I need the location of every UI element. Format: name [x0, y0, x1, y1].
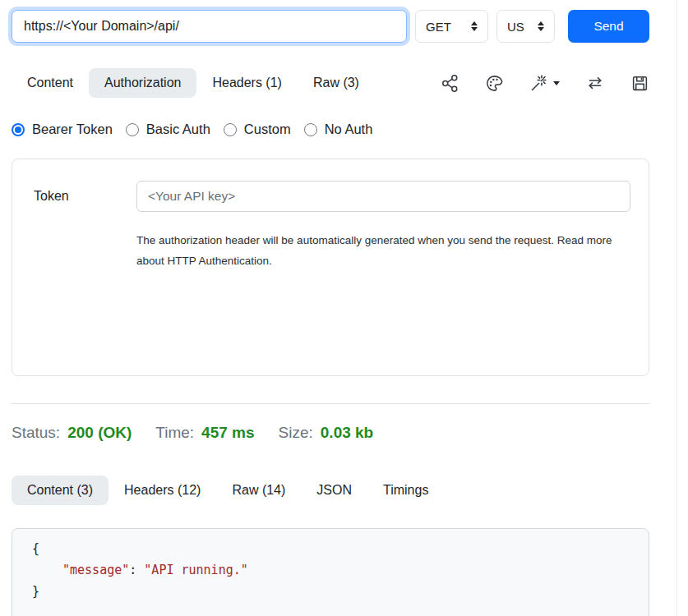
swap-requests-button[interactable] — [585, 73, 605, 93]
section-divider — [12, 403, 649, 404]
theme-palette-icon — [485, 74, 504, 93]
save-button[interactable] — [630, 74, 649, 93]
tab-content[interactable]: Content — [12, 68, 89, 98]
response-tab-raw[interactable]: Raw (14) — [216, 476, 301, 505]
status-value: 200 (OK) — [67, 424, 132, 442]
scrollbar-track-edge — [676, 0, 677, 616]
time-value: 457 ms — [201, 424, 254, 442]
response-tabs: Content (3) Headers (12) Raw (14) JSON T… — [12, 476, 649, 505]
region-select-value: US — [507, 20, 524, 34]
select-updown-icon — [471, 21, 478, 31]
method-select[interactable]: GET — [415, 10, 488, 43]
api-client-page: GET US Send Content Authorization Header… — [0, 0, 688, 616]
response-tab-timings[interactable]: Timings — [367, 476, 444, 505]
response-size: Size: 0.03 kb — [279, 424, 374, 442]
token-input[interactable] — [136, 181, 630, 212]
magic-wand-icon — [529, 73, 549, 93]
json-message-line: "message": "API running." — [32, 559, 629, 581]
radio-unchecked-icon[interactable] — [224, 123, 237, 136]
token-help-text: The authorization header will be automat… — [136, 230, 617, 271]
json-value: "API running." — [144, 563, 247, 577]
auth-option-bearer-token[interactable]: Bearer Token — [12, 122, 113, 137]
radio-unchecked-icon[interactable] — [126, 123, 139, 136]
response-tab-content[interactable]: Content (3) — [12, 476, 109, 505]
json-key: "message" — [62, 563, 129, 577]
toolbar-icons — [441, 73, 649, 93]
size-label: Size: — [279, 424, 313, 442]
theme-palette-button[interactable] — [485, 74, 504, 93]
tab-raw[interactable]: Raw (3) — [298, 68, 375, 98]
token-label: Token — [34, 189, 136, 204]
radio-checked-icon[interactable] — [12, 123, 25, 136]
magic-wand-dropdown-button[interactable] — [529, 73, 560, 93]
size-value: 0.03 kb — [321, 424, 373, 442]
json-close-brace: } — [32, 581, 629, 602]
auth-type-options: Bearer Token Basic Auth Custom No Auth — [12, 122, 649, 137]
auth-option-label: Custom — [244, 122, 291, 137]
send-button[interactable]: Send — [568, 10, 649, 43]
save-icon — [630, 74, 649, 93]
url-input[interactable] — [12, 10, 407, 43]
auth-option-no-auth[interactable]: No Auth — [304, 122, 373, 137]
region-select[interactable]: US — [496, 10, 555, 43]
bearer-token-panel: Token The authorization header will be a… — [12, 159, 649, 376]
swap-arrows-icon — [585, 73, 605, 93]
tab-headers[interactable]: Headers (1) — [196, 68, 297, 98]
response-time: Time: 457 ms — [155, 424, 254, 442]
auth-option-label: Bearer Token — [32, 122, 113, 137]
status-label: Status: — [12, 424, 60, 442]
auth-option-basic-auth[interactable]: Basic Auth — [126, 122, 210, 137]
method-select-value: GET — [426, 20, 451, 34]
time-label: Time: — [155, 424, 194, 442]
json-separator: : — [129, 563, 144, 577]
auth-option-label: No Auth — [325, 122, 373, 137]
tab-authorization[interactable]: Authorization — [89, 68, 196, 98]
response-status-bar: Status: 200 (OK) Time: 457 ms Size: 0.03… — [12, 424, 649, 442]
response-tab-headers[interactable]: Headers (12) — [109, 476, 216, 505]
request-tabs: Content Authorization Headers (1) Raw (3… — [12, 68, 649, 98]
json-open-brace: { — [32, 538, 629, 559]
status-code: Status: 200 (OK) — [12, 424, 132, 442]
share-icon — [441, 74, 459, 93]
select-updown-icon — [538, 21, 544, 31]
auth-option-custom[interactable]: Custom — [224, 122, 291, 137]
auth-option-label: Basic Auth — [146, 122, 210, 137]
radio-unchecked-icon[interactable] — [304, 123, 317, 136]
share-button[interactable] — [441, 74, 459, 93]
request-bar: GET US Send — [12, 10, 649, 43]
response-body[interactable]: { "message": "API running." } — [12, 528, 649, 616]
response-tab-json[interactable]: JSON — [301, 476, 367, 505]
chevron-down-icon — [553, 81, 560, 85]
